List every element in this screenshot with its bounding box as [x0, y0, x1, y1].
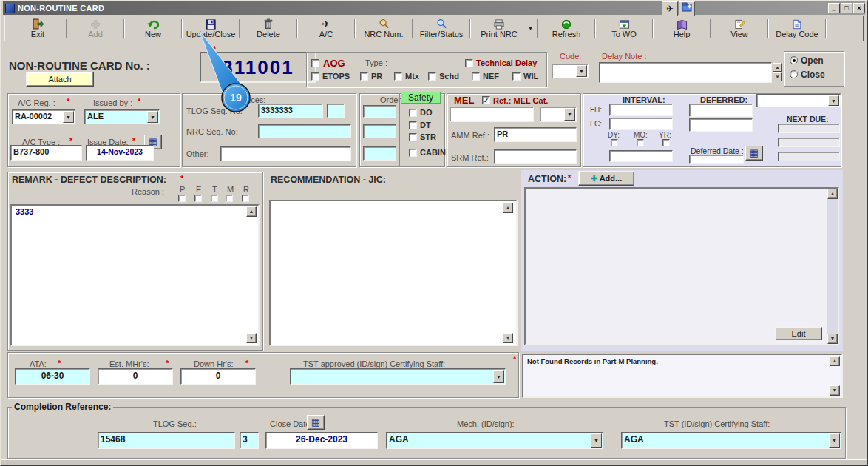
- tst-approved-select[interactable]: ▼: [290, 368, 506, 385]
- toolbar-view-button[interactable]: View: [713, 17, 766, 40]
- close-date-calendar-button[interactable]: ▦: [307, 415, 325, 430]
- planning-scroll-down[interactable]: ▼: [830, 385, 840, 396]
- reason-checkbox-r[interactable]: [242, 195, 249, 202]
- toolbar-filter-status-button[interactable]: Filter/Status: [415, 17, 468, 40]
- mel-cat-select[interactable]: ▼: [540, 107, 577, 122]
- titlebar-folder-plus-tool-button[interactable]: [679, 1, 695, 17]
- toolbar-refresh-button[interactable]: Refresh: [540, 17, 593, 40]
- toolbar-print-nrc-button[interactable]: Print NRC: [472, 17, 526, 40]
- mel-ref-checkbox[interactable]: ✓: [482, 96, 490, 104]
- open-radio[interactable]: [790, 56, 798, 64]
- chevron-down-icon[interactable]: ▼: [591, 433, 602, 448]
- deferred-date-calendar-button[interactable]: ▦: [745, 146, 763, 161]
- remark-textarea[interactable]: 3333: [10, 204, 260, 346]
- interval-fh-field[interactable]: [609, 104, 673, 116]
- reason-checkbox-t[interactable]: [211, 195, 218, 202]
- nef-checkbox[interactable]: [472, 72, 480, 81]
- orders-field-3[interactable]: [363, 146, 396, 161]
- toolbar-help-button[interactable]: Help: [655, 17, 708, 40]
- orders-field-1[interactable]: [363, 105, 396, 118]
- toolbar-update-close-button[interactable]: Update/Close: [184, 17, 237, 40]
- close-date-field[interactable]: 26-Dec-2023: [265, 432, 378, 449]
- close-radio[interactable]: [790, 70, 798, 78]
- recommendation-textarea[interactable]: [269, 200, 518, 346]
- mel-ref-field[interactable]: [450, 107, 534, 122]
- close-button[interactable]: ×: [853, 3, 865, 13]
- deferred-fh-field[interactable]: [689, 104, 753, 117]
- orders-field-2[interactable]: [363, 124, 396, 138]
- safety-checkbox-dt[interactable]: [409, 121, 417, 129]
- reason-checkbox-p[interactable]: [178, 195, 186, 202]
- tlog-seq-aux-field[interactable]: [327, 104, 345, 118]
- print-nrc-dropdown-arrow[interactable]: ▾: [526, 18, 535, 39]
- reason-checkbox-m[interactable]: [226, 195, 233, 202]
- chevron-down-icon[interactable]: ▼: [147, 111, 158, 123]
- issued-by-select[interactable]: ALE▼: [84, 109, 160, 124]
- completion-tst-select[interactable]: AGA▼: [621, 432, 841, 449]
- delay-note-spin-down[interactable]: ▼: [773, 72, 782, 81]
- titlebar-airplane-tool-button[interactable]: ✈: [662, 1, 678, 17]
- ata-field[interactable]: 06-30: [15, 368, 90, 385]
- attach-button[interactable]: Attach: [26, 72, 94, 87]
- action-edit-button[interactable]: Edit: [775, 327, 822, 340]
- mtx-checkbox[interactable]: [394, 72, 402, 81]
- ac-reg-select[interactable]: RA-00002▼: [12, 109, 75, 124]
- recommendation-scroll-up[interactable]: ▲: [503, 203, 513, 213]
- recommendation-scroll-down[interactable]: ▼: [503, 333, 513, 343]
- safety-checkbox-str[interactable]: [409, 133, 417, 141]
- toolbar-ac-button[interactable]: ✈ A/C: [299, 17, 353, 40]
- action-scrollbar-track[interactable]: [827, 189, 838, 344]
- down-hrs-field[interactable]: 0: [180, 368, 256, 385]
- aog-checkbox[interactable]: [311, 59, 319, 67]
- deferred-date-field[interactable]: [689, 155, 744, 164]
- toolbar-to-wo-button[interactable]: To WO: [597, 17, 651, 40]
- remark-scroll-up[interactable]: ▲: [246, 206, 257, 217]
- minimize-button[interactable]: _: [828, 3, 840, 13]
- planning-scroll-up[interactable]: ▲: [830, 356, 840, 366]
- completion-tlog-field[interactable]: 15468: [98, 432, 235, 449]
- toolbar-add-button[interactable]: Add: [69, 17, 122, 40]
- restore-button[interactable]: □: [841, 3, 852, 13]
- srm-ref-field[interactable]: [494, 149, 577, 164]
- schd-checkbox[interactable]: [428, 72, 436, 81]
- action-scroll-down[interactable]: ▼: [827, 334, 838, 344]
- other-field[interactable]: [220, 146, 351, 161]
- pr-checkbox[interactable]: [360, 72, 368, 81]
- toolbar-delete-button[interactable]: Delete: [242, 17, 295, 40]
- action-panel[interactable]: [524, 187, 839, 345]
- remark-scroll-down[interactable]: ▼: [246, 333, 257, 343]
- toolbar-new-button[interactable]: New: [126, 17, 180, 40]
- amm-ref-field[interactable]: PR: [494, 127, 577, 142]
- delay-note-field[interactable]: [599, 62, 772, 83]
- toolbar-exit-button[interactable]: Exit: [11, 17, 64, 40]
- chevron-down-icon[interactable]: ▼: [829, 433, 840, 448]
- action-scroll-up[interactable]: ▲: [827, 189, 838, 199]
- deferred-fc-field[interactable]: [689, 118, 753, 132]
- toolbar-nrc-num-button[interactable]: NRC Num.: [357, 17, 410, 40]
- ac-type-field[interactable]: B737-800: [10, 145, 82, 161]
- toolbar-delay-code-button[interactable]: Delay Code: [770, 17, 824, 40]
- chevron-down-icon[interactable]: ▼: [493, 370, 504, 383]
- wil-checkbox[interactable]: [512, 72, 521, 81]
- mo-checkbox[interactable]: [637, 139, 644, 146]
- interval-fc-field[interactable]: [609, 118, 673, 130]
- chevron-down-icon[interactable]: ▼: [576, 65, 587, 77]
- safety-checkbox-do[interactable]: [409, 109, 417, 117]
- chevron-down-icon[interactable]: ▼: [564, 108, 575, 121]
- safety-checkbox-cabin[interactable]: [409, 149, 417, 157]
- technical-delay-checkbox[interactable]: [465, 59, 473, 67]
- dy-checkbox[interactable]: [611, 139, 618, 146]
- action-add-button[interactable]: ✚ Add...: [578, 171, 634, 186]
- delay-note-spin-up[interactable]: ▲: [773, 63, 782, 72]
- est-mhrs-field[interactable]: 0: [98, 368, 173, 385]
- deferred-type-select[interactable]: ▼: [756, 94, 841, 107]
- yr-checkbox[interactable]: [662, 139, 670, 146]
- tlog-seq-field[interactable]: 3333333: [258, 104, 323, 118]
- issue-date-field[interactable]: 14-Nov-2023: [86, 145, 154, 161]
- chevron-down-icon[interactable]: ▼: [63, 111, 74, 123]
- completion-tlog-aux-field[interactable]: 3: [240, 432, 259, 449]
- reason-checkbox-e[interactable]: [194, 195, 202, 202]
- mech-select[interactable]: AGA▼: [386, 432, 603, 449]
- nrc-seq-field[interactable]: [258, 124, 351, 138]
- etops-checkbox[interactable]: [311, 72, 319, 81]
